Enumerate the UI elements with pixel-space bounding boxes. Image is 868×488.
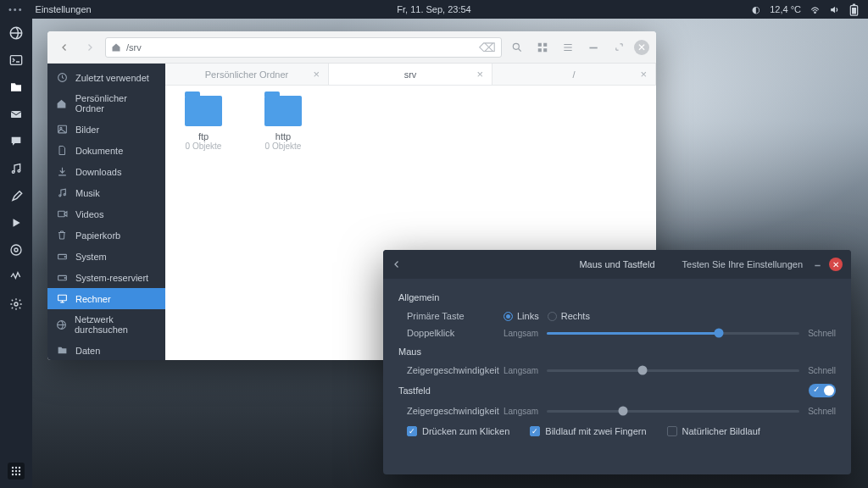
- sidebar-item-dokumente[interactable]: Dokumente: [47, 140, 165, 161]
- dock-help-icon[interactable]: [8, 242, 24, 258]
- label-pointer-speed-touch: Zeigergeschwindigkeit: [398, 406, 504, 416]
- dock-browser-icon[interactable]: [8, 25, 24, 41]
- folder-icon: [264, 96, 302, 126]
- test-settings-button[interactable]: Testen Sie Ihre Einstellungen: [682, 259, 803, 269]
- sidebar-item-videos[interactable]: Videos: [47, 203, 165, 225]
- label-slow: Langsam: [504, 329, 538, 338]
- dock-monitor-icon[interactable]: [8, 269, 24, 285]
- dock-music-icon[interactable]: [8, 161, 24, 176]
- sidebar-item-system-reserviert[interactable]: System-reserviert: [47, 267, 165, 288]
- label-primary-button: Primäre Taste: [398, 311, 504, 321]
- settings-window: Maus und Tastfeld Testen Sie Ihre Einste…: [383, 250, 851, 474]
- fm-tabs: Persönlicher Ordner×srv×/×: [165, 64, 656, 86]
- svg-point-15: [12, 470, 14, 472]
- checkbox-tap-to-click[interactable]: ✓Drücken zum Klicken: [407, 426, 509, 436]
- sidebar-item-daten[interactable]: Daten: [47, 340, 165, 360]
- view-grid-button[interactable]: [532, 37, 553, 58]
- download-icon: [56, 166, 68, 177]
- forward-button[interactable]: [80, 37, 100, 58]
- sidebar-item-papierkorb[interactable]: Papierkorb: [47, 225, 165, 246]
- view-list-button[interactable]: [558, 37, 578, 58]
- sidebar-item-zuletzt-verwendet[interactable]: Zuletzt verwendet: [47, 67, 165, 88]
- tab--[interactable]: /×: [492, 64, 656, 85]
- disk-icon: [56, 272, 68, 283]
- sidebar-item-downloads[interactable]: Downloads: [47, 161, 165, 182]
- svg-rect-25: [543, 48, 547, 52]
- label-double-click: Doppelklick: [398, 328, 504, 338]
- svg-point-9: [11, 245, 21, 255]
- disk-icon: [56, 251, 68, 262]
- maximize-button[interactable]: [609, 37, 629, 58]
- settings-header: Maus und Tastfeld Testen Sie Ihre Einste…: [383, 250, 851, 279]
- folder-ftp[interactable]: ftp0 Objekte: [175, 96, 231, 350]
- dock-terminal-icon[interactable]: [8, 53, 24, 68]
- settings-back-button[interactable]: [392, 259, 409, 269]
- double-click-slider[interactable]: [547, 332, 799, 335]
- svg-point-13: [15, 467, 17, 469]
- sidebar-item-rechner[interactable]: Rechner: [47, 288, 165, 309]
- dock-files-icon[interactable]: [8, 80, 24, 95]
- clock-icon: [56, 72, 68, 83]
- clock[interactable]: Fr, 11. Sep, 23:54: [397, 4, 470, 14]
- settings-title: Maus und Tastfeld: [579, 259, 654, 269]
- svg-point-30: [64, 194, 65, 196]
- computer-icon: [56, 293, 68, 304]
- trash-icon: [56, 230, 68, 241]
- svg-point-7: [12, 171, 14, 174]
- minimize-button[interactable]: ‒: [583, 37, 604, 58]
- wifi-icon[interactable]: [810, 4, 821, 15]
- dock-chat-icon[interactable]: [8, 134, 24, 149]
- mouse-speed-slider[interactable]: [547, 369, 799, 372]
- tab-close-icon[interactable]: ×: [313, 68, 320, 80]
- svg-point-35: [64, 278, 65, 279]
- music-icon: [56, 187, 68, 198]
- tab-pers-nlicher-ordner[interactable]: Persönlicher Ordner×: [165, 64, 329, 85]
- svg-rect-31: [58, 211, 64, 217]
- tab-close-icon[interactable]: ×: [640, 68, 647, 80]
- path-bar[interactable]: /srv ⌫: [105, 37, 502, 58]
- svg-rect-5: [10, 56, 21, 65]
- settings-close-button[interactable]: ✕: [829, 258, 843, 271]
- svg-rect-6: [11, 111, 21, 118]
- sidebar-item-musik[interactable]: Musik: [47, 182, 165, 203]
- svg-point-11: [14, 302, 18, 306]
- dock-tweaks-icon[interactable]: [8, 188, 24, 203]
- svg-rect-22: [538, 42, 542, 46]
- sidebar-item-bilder[interactable]: Bilder: [47, 119, 165, 140]
- sidebar-item-system[interactable]: System: [47, 246, 165, 267]
- settings-minimize-button[interactable]: ‒: [815, 259, 821, 270]
- app-menu-label[interactable]: Einstellungen: [36, 4, 92, 14]
- sidebar-item-netzwerk-durchsuchen[interactable]: Netzwerk durchsuchen: [47, 309, 165, 340]
- section-touchpad: Tastfeld ✓: [398, 384, 836, 397]
- checkbox-two-finger-scroll[interactable]: ✓Bildlauf mit zwei Fingern: [530, 426, 646, 436]
- fm-sidebar: Zuletzt verwendetPersönlicher OrdnerBild…: [47, 64, 165, 360]
- touch-speed-slider[interactable]: [547, 410, 799, 413]
- app-grid-button[interactable]: [8, 463, 25, 480]
- back-button[interactable]: [54, 37, 75, 58]
- svg-rect-3: [852, 8, 856, 14]
- tab-close-icon[interactable]: ×: [476, 68, 483, 80]
- night-icon[interactable]: ◐: [750, 4, 761, 15]
- volume-icon[interactable]: [829, 4, 840, 15]
- tab-srv[interactable]: srv×: [329, 64, 492, 85]
- folder-icon: [185, 96, 222, 126]
- sidebar-item-pers-nlicher-ordner[interactable]: Persönlicher Ordner: [47, 88, 165, 119]
- clear-path-icon[interactable]: ⌫: [479, 41, 496, 54]
- folder-http[interactable]: http0 Objekte: [255, 96, 311, 350]
- radio-right[interactable]: Rechts: [548, 311, 590, 321]
- battery-icon[interactable]: [849, 4, 860, 15]
- close-button[interactable]: ✕: [634, 40, 649, 55]
- dock-mail-icon[interactable]: [8, 107, 24, 122]
- dock-settings-icon[interactable]: [8, 297, 24, 312]
- radio-left[interactable]: Links: [504, 311, 539, 321]
- activities-icon[interactable]: •••: [8, 4, 24, 14]
- svg-point-16: [15, 470, 17, 472]
- video-icon: [56, 208, 68, 219]
- dock-play-icon[interactable]: [8, 215, 24, 230]
- search-button[interactable]: [507, 37, 527, 58]
- svg-point-20: [19, 474, 20, 475]
- checkbox-natural-scroll[interactable]: Natürlicher Bildlauf: [667, 426, 760, 436]
- temperature[interactable]: 12,4 °C: [770, 4, 801, 14]
- doc-icon: [56, 145, 68, 156]
- touchpad-toggle[interactable]: ✓: [809, 384, 836, 397]
